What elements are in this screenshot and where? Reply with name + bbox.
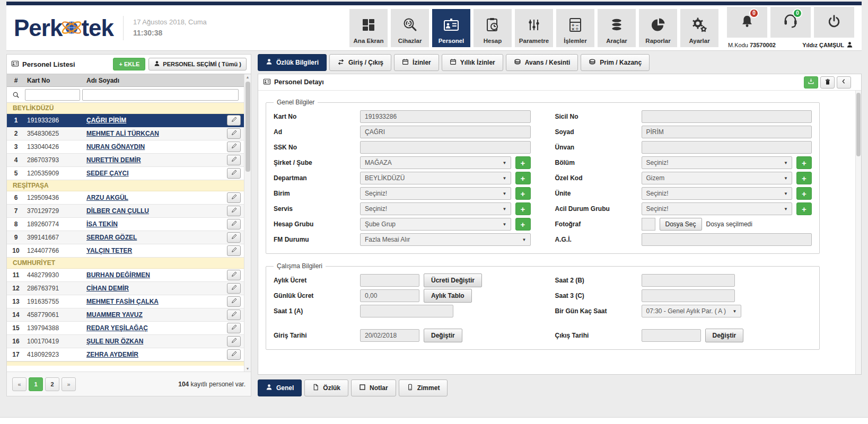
ssk-no-input[interactable] — [360, 141, 531, 154]
nav-tile-personel[interactable]: Personel — [432, 9, 470, 47]
personnel-row[interactable]: 7370129729DİLBER CAN ÇULLU — [7, 205, 244, 218]
support-button[interactable]: 0 — [770, 7, 811, 38]
giris-tarihi-input[interactable] — [360, 329, 419, 342]
scroll-up-icon[interactable]: ▲ — [246, 75, 250, 79]
edit-row-button[interactable] — [227, 155, 241, 165]
edit-row-button[interactable] — [227, 336, 241, 347]
row-name-link[interactable]: NURETTİN DEMİR — [86, 156, 141, 164]
pagination-next-button[interactable]: » — [62, 377, 76, 391]
tab-ozluk-bilgileri[interactable]: Özlük Bilgileri — [258, 54, 327, 71]
fm-durumu-select[interactable]: Fazla Mesai Alır — [360, 233, 531, 246]
agi-input[interactable] — [642, 233, 812, 246]
row-name-link[interactable]: ÇAĞRI PİRİM — [86, 117, 126, 124]
personnel-row[interactable]: 13191635755MEHMET FASİH ÇALKA — [7, 295, 244, 308]
detail-scrollbar-thumb[interactable] — [856, 93, 861, 156]
unite-select[interactable]: Seçiniz! — [642, 187, 793, 200]
pagination-page-1[interactable]: 1 — [29, 377, 43, 391]
edit-row-button[interactable] — [227, 349, 241, 360]
personnel-row[interactable]: 8189260774İSA TEKİN — [7, 218, 244, 231]
pagination-page-2[interactable]: 2 — [45, 377, 59, 391]
bolum-select[interactable]: Seçiniz! — [642, 156, 793, 169]
add-birim-button[interactable]: + — [515, 187, 531, 200]
soyad-input[interactable] — [642, 126, 812, 138]
scroll-down-icon[interactable]: ▼ — [246, 367, 250, 370]
kart-no-input[interactable] — [360, 110, 531, 123]
change-exit-date-button[interactable]: Değiştir — [705, 329, 744, 342]
nav-tile-parametre[interactable]: Parametre — [515, 9, 553, 47]
servis-select[interactable]: Seçiniz! — [360, 202, 511, 215]
edit-row-button[interactable] — [227, 310, 241, 320]
personnel-row[interactable]: 17418092923ZEHRA AYDEMİR — [7, 348, 244, 361]
sicil-no-input[interactable] — [642, 110, 812, 123]
personnel-row[interactable]: 2354830625MEHMET ALİ TÜRKCAN — [7, 127, 244, 140]
edit-row-button[interactable] — [227, 115, 241, 126]
nav-tile-cihazlar[interactable]: Cihazlar — [391, 9, 429, 47]
personnel-row[interactable]: 10124407766YALÇIN TETER — [7, 244, 244, 258]
birim-select[interactable]: Seçiniz! — [360, 187, 511, 200]
personnel-row[interactable]: 14458779061MUAMMER YAVUZ — [7, 308, 244, 322]
tab-giris-cikis[interactable]: Giriş / Çıkış — [329, 54, 391, 71]
row-name-link[interactable]: ŞULE NUR ÖZKAN — [86, 338, 143, 345]
scrollbar-thumb[interactable] — [246, 82, 250, 172]
cikis-tarihi-input[interactable] — [642, 329, 701, 342]
bir-gun-kac-saat-select[interactable]: 07:30 - Genel Aylık Par. ( A ) — [642, 305, 741, 317]
pagination-prev-button[interactable]: « — [12, 377, 27, 391]
edit-row-button[interactable] — [227, 245, 241, 256]
edit-row-button[interactable] — [227, 283, 241, 294]
add-hesap-grubu-button[interactable]: + — [515, 218, 531, 231]
bottom-tab-genel[interactable]: Genel — [258, 379, 302, 396]
search-card-no-input[interactable] — [25, 89, 80, 101]
saat2-input[interactable] — [642, 274, 735, 287]
row-name-link[interactable]: DİLBER CAN ÇULLU — [86, 207, 149, 215]
personnel-row[interactable]: 15139794388REDAR YEŞİLAĞAÇ — [7, 322, 244, 335]
add-sirket-sube-button[interactable]: + — [515, 156, 531, 169]
row-name-link[interactable]: MUAMMER YAVUZ — [86, 311, 143, 319]
aylik-ucret-input[interactable] — [360, 274, 419, 287]
edit-row-button[interactable] — [227, 192, 241, 203]
nav-tile-islemler[interactable]: + − × ÷ İşlemler — [556, 9, 594, 47]
personnel-row[interactable]: 6129509436ARZU AKGÜL — [7, 191, 244, 205]
row-name-link[interactable]: YALÇIN TETER — [86, 247, 132, 254]
logout-button[interactable] — [814, 7, 854, 38]
ozel-kod-select[interactable]: Gizem — [642, 172, 793, 184]
edit-row-button[interactable] — [227, 270, 241, 280]
add-bolum-button[interactable]: + — [796, 156, 812, 169]
search-name-input[interactable] — [82, 89, 239, 101]
change-salary-button[interactable]: Ücreti Değiştir — [424, 273, 482, 287]
departman-select[interactable]: BEYLİKDÜZÜ — [360, 172, 511, 184]
personnel-row[interactable]: 4286703793NURETTİN DEMİR — [7, 154, 244, 167]
nav-tile-araclar[interactable]: Araçlar — [598, 9, 636, 47]
edit-row-button[interactable] — [227, 142, 241, 152]
nav-tile-ayarlar[interactable]: Ayarlar — [680, 9, 718, 47]
change-entry-date-button[interactable]: Değiştir — [424, 329, 462, 342]
add-servis-button[interactable]: + — [515, 202, 531, 215]
save-button[interactable] — [804, 76, 818, 89]
personnel-row[interactable]: 16100170419ŞULE NUR ÖZKAN — [7, 335, 244, 348]
add-unite-button[interactable]: + — [796, 187, 812, 200]
collapse-panel-button[interactable] — [837, 76, 851, 89]
bottom-tab-notlar[interactable]: Notlar — [351, 379, 396, 396]
edit-row-button[interactable] — [227, 206, 241, 216]
personnel-row[interactable]: 11448279930BURHAN DEĞİRMEN — [7, 269, 244, 282]
edit-row-button[interactable] — [227, 168, 241, 179]
row-name-link[interactable]: REDAR YEŞİLAĞAÇ — [86, 324, 148, 332]
personnel-row[interactable]: 9399141667SERDAR GÖZEL — [7, 231, 244, 244]
saat1-input[interactable] — [360, 305, 453, 317]
tab-yillik-izinler[interactable]: Yıllık İzinler — [442, 54, 503, 71]
row-name-link[interactable]: ZEHRA AYDEMİR — [86, 351, 138, 358]
row-name-link[interactable]: NURAN GÖNAYDIN — [86, 143, 145, 151]
tab-izinler[interactable]: İzinler — [394, 54, 439, 71]
personnel-row[interactable]: 1191933286ÇAĞRI PİRİM — [7, 114, 244, 127]
row-name-link[interactable]: CİHAN DEMİR — [86, 285, 129, 292]
personnel-row[interactable]: 5120535909SEDEF ÇAYCI — [7, 167, 244, 180]
row-name-link[interactable]: MEHMET FASİH ÇALKA — [86, 298, 159, 305]
sirket-sube-select[interactable]: MAĞAZA — [360, 156, 511, 169]
unvan-input[interactable] — [642, 141, 812, 154]
gunluk-ucret-input[interactable] — [360, 289, 419, 302]
choose-file-button[interactable]: Dosya Seç — [660, 218, 702, 231]
user-menu[interactable]: Yıldız ÇAMŞUL — [802, 41, 853, 49]
list-scrollbar[interactable]: ▲ ▼ — [244, 74, 251, 372]
edit-row-button[interactable] — [227, 219, 241, 229]
notifications-button[interactable]: 0 — [727, 7, 767, 38]
edit-row-button[interactable] — [227, 296, 241, 307]
